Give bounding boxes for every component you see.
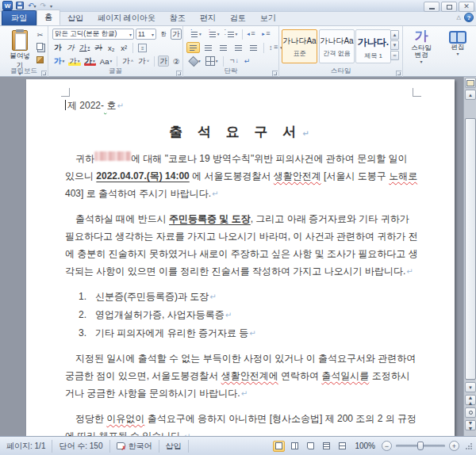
tab-home[interactable]: 홈 [36,10,60,25]
font-size-combobox[interactable]: 11▾ [136,29,156,40]
distribute-button[interactable] [247,42,260,53]
cut-button[interactable]: ✂ [35,29,45,40]
styles-dialog-launcher[interactable] [396,71,401,76]
document-text[interactable]: 제 2022- 호↵출 석 요 구 서↵귀하 에 대해 "코로나 19 방역수칙… [65,97,419,436]
language-indicator[interactable]: 한국어 [110,440,159,453]
tab-insert[interactable]: 삽입 [60,11,90,25]
align-center-button[interactable] [202,42,215,53]
style-heading1[interactable]: 가나다. 제목 1 [355,29,391,63]
resize-grip[interactable] [465,442,473,450]
document-page[interactable]: 제 2022- 호↵출 석 요 구 서↵귀하 에 대해 "코로나 19 방역수칙… [26,79,455,436]
tab-view[interactable]: 보기 [253,11,283,25]
align-left-icon [188,43,198,53]
scroll-up-button[interactable]: ▲ [465,90,476,100]
outline-view-button[interactable] [321,441,332,452]
change-styles-button[interactable]: 가 스타일 변경 ▾ [405,29,438,64]
paragraph-dialog-launcher[interactable] [272,71,278,76]
format-painter-button[interactable] [35,55,45,65]
italic-button[interactable]: 가 [65,42,76,53]
hangul-hanja-button[interactable]: 한 [158,29,169,40]
show-marks-button[interactable]: ↵ [242,55,253,67]
superscript-button[interactable]: x² [118,42,129,53]
fullscreen-reading-view-button[interactable] [289,441,301,452]
insert-mode-indicator[interactable]: 삽입 [159,440,189,453]
sort-button[interactable] [227,55,240,67]
scrollbar-thumb[interactable] [465,118,476,380]
numbering-button[interactable]: ▾ [205,29,221,40]
shrink-font-button[interactable]: 가 [136,55,151,67]
character-shading-button[interactable]: 가 [158,55,169,67]
underline-button[interactable]: 가▾ [78,42,91,53]
scroll-down-button[interactable]: ▼ [465,382,476,392]
zoom-slider[interactable] [396,445,445,447]
copy-icon [36,43,43,50]
minimize-button[interactable] [424,2,440,12]
select-browse-object-button[interactable] [465,407,476,418]
tab-file[interactable]: 파일 [2,10,36,25]
borders-button[interactable]: ▾ [204,55,220,67]
align-right-icon [218,43,228,53]
page-indicator[interactable]: 페이지: 1/1 [0,440,52,453]
print-layout-view-button[interactable] [273,441,285,452]
font-color-button[interactable]: 가▾ [83,55,97,67]
align-center-icon [203,43,213,53]
zoom-slider-thumb[interactable] [417,442,424,450]
undo-icon: ↶ [28,2,34,10]
paste-button[interactable]: 붙여넣기 ▾ [6,29,33,67]
text-effects-button[interactable]: 가▾ [52,55,66,67]
character-border-button[interactable]: 가 [171,29,182,40]
increase-indent-button[interactable] [261,29,274,40]
save-button[interactable] [15,1,25,10]
phonetic-guide-button[interactable]: ≡ [136,42,148,53]
close-button[interactable]: ✕ [459,2,474,12]
copy-button[interactable] [35,42,45,52]
style-normal[interactable]: 가나다Aa 표준 [282,29,317,63]
maximize-button[interactable] [441,2,457,12]
clipboard-dialog-launcher[interactable] [41,71,47,76]
change-case-button[interactable]: Aa▾ [98,55,113,67]
subscript-button[interactable]: x₂ [106,42,117,53]
word-logo-icon[interactable]: W [2,1,13,10]
web-layout-view-button[interactable] [305,441,317,452]
paragraph-contact: 지정된 일시에 출석할 수 없는 부득이한 사정이 있거나 이 출석요구서와 관… [65,350,419,403]
styles-scroll-up-button[interactable]: ▲ [390,30,399,40]
align-left-button[interactable] [186,42,200,53]
next-page-button[interactable]: ▼▼ [465,420,476,430]
ruler-toggle-button[interactable] [465,78,476,88]
collapse-ribbon-icon[interactable]: △ [457,14,461,21]
multilevel-list-button[interactable]: ▾ [223,29,240,40]
tab-page-layout[interactable]: 페이지 레이아웃 [90,11,163,25]
undo-button[interactable]: ↶▾ [27,1,37,10]
paragraph-summon: 귀하 에 대해 "코로나 19 방역수칙"위반 피의사건에 관하여 문의할 일이… [65,150,419,203]
editing-button[interactable]: 편집 ▾ [444,29,471,56]
styles-more-button[interactable]: ≂ [390,51,399,60]
zoom-level-label[interactable]: 100% [355,442,375,450]
word-count-indicator[interactable]: 단어 수: 150 [52,440,109,453]
tab-mailings[interactable]: 편지 [193,11,223,25]
tab-references[interactable]: 참조 [163,11,193,25]
enclose-characters-button[interactable]: ② [171,55,182,67]
bullets-button[interactable]: ▾ [186,29,203,40]
styles-scroll-down-button[interactable]: ▼ [390,40,399,50]
font-dialog-launcher[interactable] [176,71,182,76]
decrease-indent-button[interactable] [246,29,259,40]
highlight-color-button[interactable]: 가▾ [67,55,81,67]
strikethrough-button[interactable]: 가 [93,42,104,53]
previous-page-button[interactable]: ▲▲ [465,395,476,405]
zoom-in-button[interactable]: + [449,441,459,451]
save-icon [16,2,24,10]
align-right-button[interactable] [217,42,230,53]
zoom-out-button[interactable]: − [382,441,392,451]
document-area[interactable]: 제 2022- 호↵출 석 요 구 서↵귀하 에 대해 "코로나 19 방역수칙… [0,77,476,436]
shading-button[interactable]: ▾ [186,55,202,67]
draft-view-button[interactable] [336,441,348,452]
style-no-spacing[interactable]: 가나다Aa 간격 없음 [319,29,355,63]
bold-button[interactable]: 가 [52,42,63,53]
grow-font-button[interactable]: 가 [121,55,135,67]
justify-button[interactable] [232,42,245,53]
font-name-combobox[interactable]: 맑은 고딕(본문 한글)▾ [52,29,134,40]
vertical-scrollbar[interactable]: ▲ ▼ ▲▲ ▼▼ [463,77,476,436]
help-button[interactable]: ? [464,13,474,22]
clipboard-group: 붙여넣기 ▾ ✂ 클립보드 [0,26,48,77]
tab-review[interactable]: 검토 [223,11,253,25]
